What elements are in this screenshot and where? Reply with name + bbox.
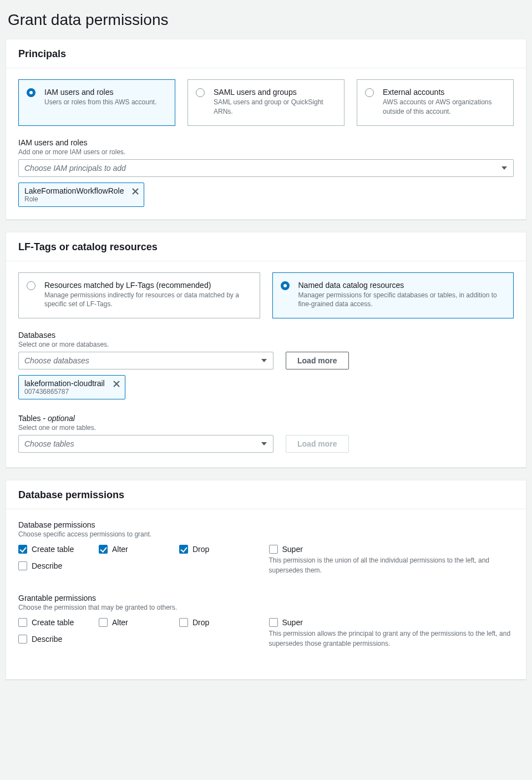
iam-field-hint: Add one or more IAM users or roles. bbox=[18, 148, 514, 156]
resource-option-lftags[interactable]: Resources matched by LF-Tags (recommende… bbox=[18, 272, 260, 319]
resource-mode-radios: Resources matched by LF-Tags (recommende… bbox=[18, 272, 514, 319]
checkbox-label: Describe bbox=[32, 561, 62, 570]
checkbox-label: Alter bbox=[112, 618, 128, 627]
principal-type-radios: IAM users and roles Users or roles from … bbox=[18, 79, 514, 126]
databases-section: Databases Select one or more databases. … bbox=[18, 331, 514, 399]
principals-panel: Principals IAM users and roles Users or … bbox=[6, 39, 526, 220]
radio-icon bbox=[365, 88, 374, 97]
checkbox-icon bbox=[18, 618, 27, 627]
tables-select[interactable]: Choose tables bbox=[18, 435, 273, 453]
page-title: Grant data permissions bbox=[8, 11, 524, 29]
checkbox-icon bbox=[99, 618, 108, 627]
checkbox-label: Create table bbox=[32, 618, 74, 627]
database-token: lakeformation-cloudtrail 007436865787 bbox=[18, 375, 125, 399]
database-permissions-group: Database permissionsChoose specific acce… bbox=[18, 520, 514, 578]
dbperms-panel: Database permissions Database permission… bbox=[6, 480, 526, 680]
remove-token-icon[interactable] bbox=[131, 188, 139, 195]
databases-load-more-button[interactable]: Load more bbox=[286, 352, 349, 369]
checkbox-label: Create table bbox=[32, 545, 74, 554]
checkbox-icon bbox=[269, 545, 278, 554]
principal-option-saml[interactable]: SAML users and groups SAML users and gro… bbox=[188, 79, 344, 126]
checkbox-icon bbox=[18, 545, 27, 554]
tables-load-more-button[interactable]: Load more bbox=[286, 435, 349, 453]
resource-option-named[interactable]: Named data catalog resources Manager per… bbox=[272, 272, 514, 319]
iam-principals-select[interactable]: Choose IAM principals to add bbox=[18, 159, 514, 177]
checkbox-icon bbox=[179, 618, 188, 627]
permission-checkbox-super[interactable]: Super bbox=[269, 545, 514, 554]
perm-group-title: Database permissions bbox=[18, 520, 514, 529]
radio-icon bbox=[196, 88, 205, 97]
permission-checkbox-drop[interactable]: Drop bbox=[179, 545, 237, 554]
permission-checkbox-create-table[interactable]: Create table bbox=[18, 545, 77, 554]
checkbox-label: Drop bbox=[192, 618, 209, 627]
perm-group-title: Grantable permissions bbox=[18, 594, 514, 602]
permission-checkbox-super[interactable]: Super bbox=[269, 618, 514, 627]
radio-icon bbox=[27, 88, 36, 97]
databases-hint: Select one or more databases. bbox=[18, 341, 514, 348]
checkbox-icon bbox=[179, 545, 188, 554]
permission-checkbox-drop[interactable]: Drop bbox=[179, 618, 237, 627]
radio-icon bbox=[281, 281, 290, 290]
tables-section: Tables - optional Select one or more tab… bbox=[18, 414, 514, 453]
iam-principal-token: LakeFormationWorkflowRole Role bbox=[18, 183, 144, 207]
grantable-permissions-group: Grantable permissionsChoose the permissi… bbox=[18, 594, 514, 651]
iam-field-label: IAM users and roles bbox=[18, 138, 514, 147]
perm-group-hint: Choose the permission that may be grante… bbox=[18, 604, 514, 611]
checkbox-label: Super bbox=[282, 545, 303, 554]
databases-select[interactable]: Choose databases bbox=[18, 352, 273, 369]
dbperms-heading: Database permissions bbox=[18, 489, 514, 501]
principals-heading: Principals bbox=[18, 48, 514, 60]
tables-label: Tables - optional bbox=[18, 414, 514, 423]
lftags-heading: LF-Tags or catalog resources bbox=[18, 241, 514, 253]
checkbox-icon bbox=[18, 561, 27, 570]
checkbox-label: Describe bbox=[32, 635, 62, 644]
checkbox-icon bbox=[18, 635, 27, 644]
super-permission-desc: This permission is the union of all the … bbox=[269, 556, 514, 575]
checkbox-label: Drop bbox=[192, 545, 209, 554]
tables-hint: Select one or more tables. bbox=[18, 424, 514, 432]
permission-checkbox-alter[interactable]: Alter bbox=[99, 618, 157, 627]
caret-down-icon bbox=[261, 357, 267, 364]
lftags-panel: LF-Tags or catalog resources Resources m… bbox=[6, 232, 526, 468]
permission-checkbox-describe[interactable]: Describe bbox=[18, 635, 77, 644]
principal-option-iam[interactable]: IAM users and roles Users or roles from … bbox=[18, 79, 175, 126]
checkbox-icon bbox=[269, 618, 278, 627]
databases-label: Databases bbox=[18, 331, 514, 340]
remove-token-icon[interactable] bbox=[113, 380, 120, 388]
caret-down-icon bbox=[501, 165, 508, 171]
permission-checkbox-describe[interactable]: Describe bbox=[18, 561, 77, 570]
checkbox-label: Super bbox=[282, 618, 303, 627]
caret-down-icon bbox=[261, 440, 267, 447]
checkbox-icon bbox=[99, 545, 108, 554]
permission-checkbox-create-table[interactable]: Create table bbox=[18, 618, 77, 627]
radio-icon bbox=[27, 281, 36, 290]
checkbox-label: Alter bbox=[112, 545, 128, 554]
permission-checkbox-alter[interactable]: Alter bbox=[99, 545, 157, 554]
perm-group-hint: Choose specific access permissions to gr… bbox=[18, 530, 514, 538]
principal-option-external[interactable]: External accounts AWS accounts or AWS or… bbox=[357, 79, 514, 126]
super-permission-desc: This permission allows the principal to … bbox=[269, 629, 514, 649]
